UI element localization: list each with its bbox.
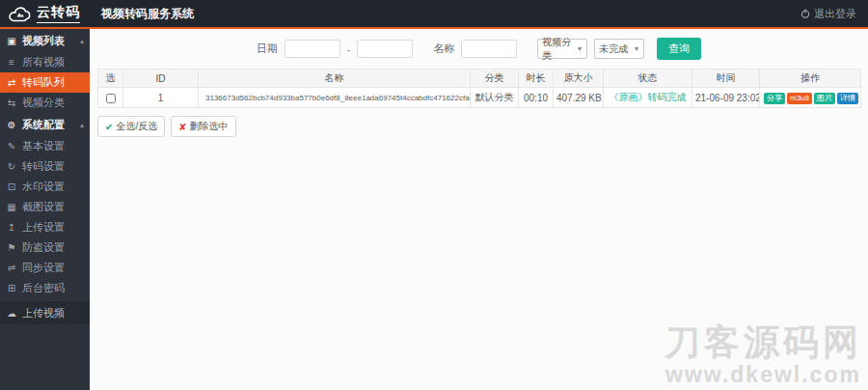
col-header-select: 选 [98, 70, 123, 88]
video-table: 选 ID 名称 分类 时长 原大小 状态 时间 操作 1 3136673d562… [97, 69, 861, 108]
sync-icon: ⇌ [6, 263, 17, 273]
col-header-duration: 时长 [519, 70, 554, 88]
sidebar-item-label: 截图设置 [22, 200, 65, 214]
table-header-row: 选 ID 名称 分类 时长 原大小 状态 时间 操作 [98, 70, 861, 88]
cell-duration: 00:10 [519, 88, 554, 108]
cloud-logo-icon [8, 6, 33, 22]
name-label: 名称 [433, 42, 454, 56]
col-header-size: 原大小 [554, 70, 604, 88]
cell-name: 3136673d562bcb74d933ba577b0e6df8_8eee1ad… [199, 88, 471, 108]
status-badge: 《原画》转码完成 [610, 92, 687, 102]
sidebar-item-label: 水印设置 [22, 180, 65, 194]
sidebar-item-label: 视频列表 [22, 34, 65, 48]
main-content: 日期 - 名称 视频分类 ▼ 未完成 ▼ 查询 选 ID 名称 分类 时长 [90, 29, 868, 390]
sidebar-item-upload-video[interactable]: ☁ 上传视频 [0, 301, 90, 324]
date-label: 日期 [257, 42, 278, 56]
sidebar-item-transcode-settings[interactable]: ↻ 转码设置 [0, 156, 90, 177]
sidebar-item-all-videos[interactable]: ≡ 所有视频 [0, 52, 90, 72]
upload-icon: ↥ [6, 222, 17, 233]
sidebar-item-label: 上传设置 [22, 220, 65, 235]
sidebar-item-watermark-settings[interactable]: ⊡ 水印设置 [0, 177, 90, 197]
sidebar-item-label: 防盗设置 [22, 240, 65, 255]
m3u8-button[interactable]: m3u8 [787, 93, 812, 104]
check-icon: ✔ [105, 122, 113, 132]
video-icon: ▣ [6, 36, 17, 46]
share-button[interactable]: 分享 [764, 93, 785, 104]
chevron-up-icon: ▴ [80, 121, 84, 129]
row-checkbox[interactable] [106, 94, 116, 103]
app-logo: 云转码 [8, 4, 90, 23]
col-header-id: ID [123, 70, 199, 88]
logout-button[interactable]: 退出登录 [800, 7, 856, 21]
sidebar-item-antitheft-settings[interactable]: ⚑ 防盗设置 [0, 237, 90, 258]
sidebar: ▣ 视频列表 ▴ ≡ 所有视频 ⇄ 转码队列 ⇆ 视频分类 ⚙ 系统配置 ▴ ✎… [0, 29, 90, 390]
sidebar-item-video-category[interactable]: ⇆ 视频分类 [0, 93, 90, 113]
status-select-value: 未完成 [599, 42, 628, 56]
sidebar-item-screenshot-settings[interactable]: ▦ 截图设置 [0, 197, 90, 217]
category-icon: ⇆ [6, 98, 17, 108]
refresh-icon: ↻ [6, 161, 17, 172]
date-to-input[interactable] [357, 40, 413, 58]
chevron-down-icon: ▼ [633, 45, 639, 52]
queue-icon: ⇄ [6, 77, 17, 88]
sidebar-item-label: 基本设置 [22, 139, 65, 153]
cell-time: 21-06-09 23:02:40 [692, 88, 760, 108]
sidebar-item-label: 所有视频 [22, 55, 65, 70]
status-select[interactable]: 未完成 ▼ [594, 39, 644, 59]
filter-bar: 日期 - 名称 视频分类 ▼ 未完成 ▼ 查询 [90, 29, 868, 67]
chevron-up-icon: ▴ [80, 37, 84, 45]
table-row: 1 3136673d562bcb74d933ba577b0e6df8_8eee1… [98, 88, 861, 108]
sidebar-item-sync-settings[interactable]: ⇌ 同步设置 [0, 258, 90, 278]
cell-category: 默认分类 [471, 88, 519, 108]
gear-icon: ⚙ [6, 120, 17, 130]
col-header-name: 名称 [199, 70, 471, 88]
x-icon: ✘ [178, 122, 186, 132]
watermark-url: www.dkewl.com [665, 364, 862, 386]
sidebar-item-label: 转码设置 [22, 159, 65, 174]
logout-label: 退出登录 [814, 7, 856, 21]
password-icon: ⊞ [6, 283, 17, 293]
name-input[interactable] [461, 40, 517, 58]
select-all-button[interactable]: ✔ 全选/反选 [97, 116, 165, 137]
flag-icon: ⚑ [6, 242, 17, 253]
chevron-down-icon: ▼ [576, 45, 583, 52]
sidebar-section-system-config[interactable]: ⚙ 系统配置 ▴ [0, 113, 90, 136]
sidebar-item-label: 视频分类 [22, 96, 65, 110]
image-icon: ▦ [6, 202, 17, 212]
sidebar-item-label: 系统配置 [22, 118, 65, 132]
search-button[interactable]: 查询 [657, 38, 701, 60]
cell-id: 1 [123, 88, 199, 108]
sidebar-section-video-list[interactable]: ▣ 视频列表 ▴ [0, 29, 90, 52]
page-title: 视频转码服务系统 [101, 6, 194, 22]
delete-selected-label: 删除选中 [190, 120, 229, 133]
cell-actions: 分享m3u8图片详情删除 [760, 88, 861, 108]
date-from-input[interactable] [285, 40, 340, 58]
sidebar-item-transcode-queue[interactable]: ⇄ 转码队列 [0, 72, 90, 93]
cloud-upload-icon: ☁ [6, 308, 17, 319]
sidebar-item-upload-settings[interactable]: ↥ 上传设置 [0, 217, 90, 237]
power-icon [800, 9, 810, 18]
image-button[interactable]: 图片 [814, 93, 835, 104]
bulk-actions: ✔ 全选/反选 ✘ 删除选中 [97, 116, 860, 137]
col-header-status: 状态 [604, 70, 692, 88]
watermark-title: 刀客源码网 [665, 324, 862, 360]
col-header-category: 分类 [471, 70, 519, 88]
category-select-value: 视频分类 [542, 36, 576, 63]
col-header-actions: 操作 [760, 70, 861, 88]
list-icon: ≡ [6, 57, 17, 68]
sidebar-item-basic-settings[interactable]: ✎ 基本设置 [0, 136, 90, 156]
delete-selected-button[interactable]: ✘ 删除选中 [171, 116, 235, 137]
crop-icon: ⊡ [6, 181, 17, 192]
top-header: 云转码 视频转码服务系统 退出登录 [0, 0, 868, 29]
sidebar-item-label: 上传视频 [22, 306, 65, 320]
sidebar-item-label: 同步设置 [22, 261, 65, 275]
sidebar-item-admin-password[interactable]: ⊞ 后台密码 [0, 278, 90, 298]
site-watermark: 刀客源码网 www.dkewl.com [665, 324, 862, 386]
logo-text: 云转码 [37, 4, 80, 23]
edit-icon: ✎ [6, 141, 17, 152]
category-select[interactable]: 视频分类 ▼ [537, 39, 587, 59]
details-button[interactable]: 详情 [837, 93, 858, 104]
sidebar-item-label: 转码队列 [22, 75, 65, 90]
sidebar-item-label: 后台密码 [22, 281, 65, 295]
col-header-time: 时间 [692, 70, 760, 88]
